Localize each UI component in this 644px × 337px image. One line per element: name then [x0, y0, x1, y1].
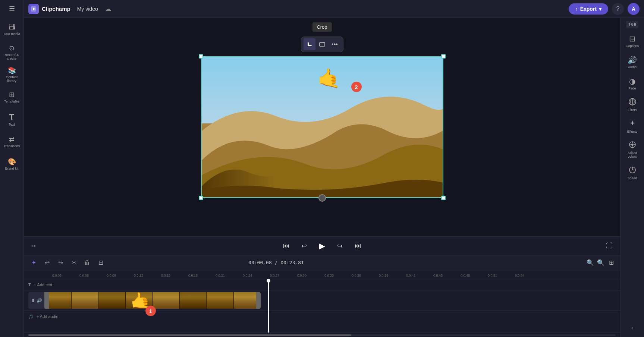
crop-handle-bottom-right[interactable]: [441, 196, 446, 200]
video-track-volume-button[interactable]: 🔊: [37, 298, 42, 303]
cloud-save-icon[interactable]: ☁: [105, 5, 111, 13]
collapse-sidebar-button[interactable]: ‹: [631, 325, 633, 331]
playhead[interactable]: [268, 279, 269, 333]
ruler-tick: 0:0:06: [79, 274, 89, 277]
zoom-in-button[interactable]: 🔍: [596, 258, 605, 267]
right-tool-audio[interactable]: 🔊 Audio: [622, 53, 643, 72]
adjust-colors-icon: [629, 141, 636, 150]
text-icon: T: [9, 112, 14, 122]
timeline-tracks: T + Add text ⏸ 🔊: [24, 279, 620, 333]
speed-label: Speed: [627, 177, 637, 180]
ruler-tick: 0:0:39: [379, 274, 388, 277]
timeline-redo-button[interactable]: ↪: [55, 258, 66, 268]
sidebar-label-text: Text: [9, 123, 15, 127]
right-tool-speed[interactable]: Speed: [622, 163, 643, 183]
help-button[interactable]: ?: [612, 3, 624, 15]
sidebar-item-transitions[interactable]: ⇄ Transitions: [1, 131, 22, 152]
ruler-tick: 0:0:12: [134, 274, 143, 277]
ruler-tick: 0:0:18: [188, 274, 198, 277]
timeline-magic-button[interactable]: ✦: [28, 258, 39, 268]
right-tool-filters[interactable]: Filters: [622, 95, 643, 115]
add-audio-button[interactable]: + Add audio: [37, 314, 58, 319]
ruler-tick: 0:0:45: [433, 274, 443, 277]
clip-segment-3: [98, 292, 126, 309]
center-panel: Crop •••: [24, 18, 620, 337]
left-sidebar: ☰ 🎞 Your media ⊙ Record & create 📚 Conte…: [0, 0, 24, 337]
fullscreen-button[interactable]: ⛶: [606, 242, 613, 250]
timeline-undo-button[interactable]: ↩: [42, 258, 52, 268]
export-icon: ↑: [575, 6, 578, 12]
ruler-tick: 0:0:30: [297, 274, 307, 277]
captions-icon: ⊟: [629, 34, 635, 43]
sidebar-item-templates[interactable]: ⊞ Templates: [1, 86, 22, 107]
timeline-cut-button[interactable]: ✂: [69, 258, 79, 268]
export-button[interactable]: ↑ Export ▾: [569, 3, 608, 15]
clip-thumbnail: [44, 292, 261, 309]
clip-end-handle[interactable]: [256, 292, 261, 309]
hamburger-menu[interactable]: ☰: [4, 3, 19, 15]
magic-edit-icon[interactable]: ✂: [31, 243, 36, 249]
video-clip-strip[interactable]: [44, 292, 261, 309]
play-pause-button[interactable]: ▶: [316, 240, 328, 252]
sidebar-item-brand-kit[interactable]: 🎨 Brand kit: [1, 154, 22, 174]
crop-handle-bottom-left[interactable]: [199, 196, 203, 200]
ruler-tick: 0:0:42: [406, 274, 415, 277]
app-logo[interactable]: Clipchamp: [28, 4, 70, 14]
right-tool-effects[interactable]: Effects: [622, 117, 643, 137]
templates-icon: ⊞: [9, 91, 15, 99]
rewind-button[interactable]: ↩: [298, 240, 310, 252]
video-title[interactable]: My video: [74, 4, 101, 13]
filters-label: Filters: [628, 108, 637, 112]
ruler-tick: 0:0:33: [324, 274, 334, 277]
aspect-ratio-button[interactable]: [316, 38, 328, 50]
sidebar-label-transitions: Transitions: [4, 145, 20, 148]
sidebar-label-content: Content library: [1, 76, 22, 83]
fade-label: Fade: [628, 87, 636, 91]
crop-handle-top-left[interactable]: [199, 54, 203, 59]
zoom-fit-button[interactable]: ⊞: [607, 258, 616, 267]
add-text-button[interactable]: + Add text: [34, 283, 52, 287]
scrollbar-thumb[interactable]: [28, 334, 351, 336]
crop-toolbar: •••: [301, 37, 343, 52]
clip-segment-7: [207, 292, 234, 309]
right-tool-captions[interactable]: ⊟ Captions: [622, 31, 643, 51]
clip-start-handle[interactable]: [44, 292, 49, 309]
zoom-out-button[interactable]: 🔍: [586, 258, 595, 267]
right-tool-fade[interactable]: ◑ Fade: [622, 74, 643, 94]
sidebar-label-record: Record & create: [1, 53, 22, 61]
text-track: T + Add text: [24, 279, 620, 290]
sidebar-item-text[interactable]: T Text: [1, 109, 22, 130]
timeline-detach-button[interactable]: ⊟: [95, 258, 106, 268]
timeline-delete-button[interactable]: 🗑: [82, 258, 92, 268]
filters-icon: [629, 98, 636, 107]
avatar-button[interactable]: A: [628, 3, 640, 15]
crop-tooltip: Crop: [312, 22, 332, 32]
ruler-tick: 0:0:03: [52, 274, 62, 277]
content-icon: 📚: [8, 66, 16, 75]
timeline-scrollbar: [24, 333, 620, 337]
crop-rotate-handle[interactable]: [318, 194, 326, 202]
video-track-pause-button[interactable]: ⏸: [31, 298, 35, 303]
ruler-tick: 0:0:48: [461, 274, 470, 277]
effects-label: Effects: [627, 130, 637, 134]
zoom-controls: 🔍 🔍 ⊞: [586, 258, 616, 267]
skip-to-start-button[interactable]: ⏮: [280, 240, 292, 252]
ruler-tick: 0:0:09: [107, 274, 116, 277]
scrollbar-track[interactable]: [28, 334, 616, 336]
logo-icon: [28, 4, 39, 14]
record-icon: ⊙: [9, 44, 15, 52]
crop-handle-top-right[interactable]: [441, 54, 446, 59]
clip-segment-2: [72, 292, 99, 309]
forward-button[interactable]: ↪: [334, 240, 346, 252]
sidebar-item-record[interactable]: ⊙ Record & create: [1, 42, 22, 63]
sidebar-item-your-media[interactable]: 🎞 Your media: [1, 19, 22, 40]
crop-tool-button[interactable]: [304, 38, 315, 50]
sidebar-item-content-library[interactable]: 📚 Content library: [1, 64, 22, 85]
right-tool-adjust-colors[interactable]: Adjust colors: [622, 138, 643, 162]
svg-point-8: [631, 144, 634, 146]
aspect-ratio-control[interactable]: 16:9: [626, 21, 638, 28]
more-options-button[interactable]: •••: [329, 38, 341, 50]
audio-track-label: 🎵: [28, 314, 34, 319]
top-bar-right: ↑ Export ▾ ? A: [569, 3, 640, 15]
skip-to-end-button[interactable]: ⏭: [352, 240, 364, 252]
